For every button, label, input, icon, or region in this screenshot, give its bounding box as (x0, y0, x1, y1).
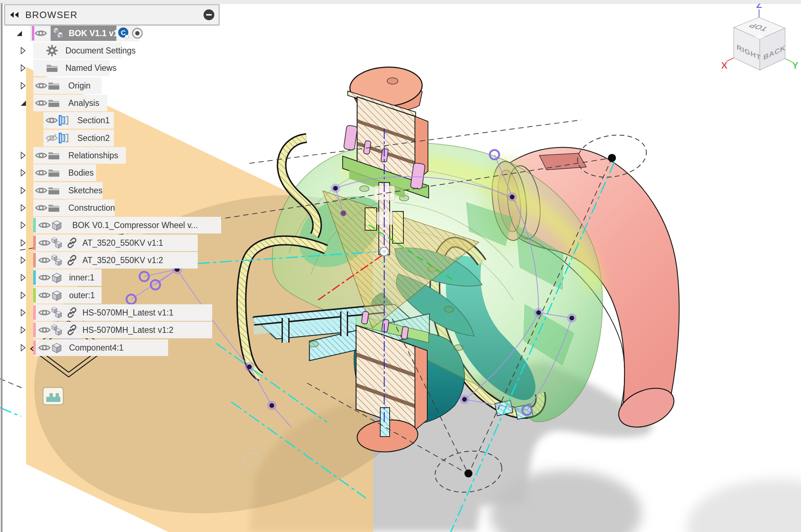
expand-arrow-icon[interactable] (20, 164, 26, 181)
expand-arrow-icon[interactable] (20, 182, 26, 199)
row-label: Named Views (65, 60, 116, 76)
window-top-edge (0, 0, 801, 4)
section-icon (58, 112, 70, 129)
folder-icon (48, 77, 60, 94)
expand-arrow-icon[interactable] (20, 147, 26, 164)
visibility-eye-icon[interactable] (35, 200, 47, 216)
tree-row-sketches[interactable]: Sketches (0, 182, 253, 199)
component-icon (53, 25, 65, 42)
tree-row-named-views[interactable]: Named Views (0, 60, 253, 76)
tree-row-inner-1[interactable]: inner:1 (0, 269, 253, 286)
row-label: Origin (68, 77, 90, 94)
component-color-bar (33, 323, 36, 337)
visibility-eye-icon[interactable] (35, 77, 47, 94)
expand-arrow-open-icon[interactable] (20, 95, 26, 111)
row-label: BOK V1.1 v1 (69, 25, 118, 42)
expand-arrow-icon[interactable] (20, 217, 26, 233)
component-icon (51, 322, 63, 338)
expand-arrow-icon[interactable] (20, 42, 26, 59)
row-label: Construction (68, 200, 115, 216)
visibility-eye-off-icon[interactable] (46, 130, 58, 146)
row-label: Bodies (68, 164, 94, 181)
visibility-eye-icon[interactable] (38, 252, 51, 269)
component-color-bar (32, 26, 34, 40)
row-label: Relationships (68, 147, 118, 164)
row-label: inner:1 (69, 269, 94, 286)
tree-row-at-3520-550kv-v1-2[interactable]: AT_3520_550KV v1:2 (0, 252, 253, 269)
tree-row-section1[interactable]: Section1 (0, 112, 253, 129)
visibility-eye-icon[interactable] (38, 322, 51, 338)
expand-arrow-icon[interactable] (20, 304, 26, 321)
tree-row-hs-5070mh-latest-v1-1[interactable]: HS-5070MH_Latest v1:1 (0, 304, 253, 321)
component-color-bar (33, 270, 36, 285)
expand-arrow-icon[interactable] (20, 339, 26, 356)
expand-arrow-icon[interactable] (20, 269, 26, 286)
browser-panel-header[interactable]: BROWSER (4, 4, 219, 25)
visibility-eye-icon[interactable] (38, 269, 51, 286)
row-label: HS-5070MH_Latest v1:1 (82, 304, 174, 321)
x-axis-label[interactable]: X (721, 60, 728, 71)
link-icon (67, 235, 77, 251)
in-use-badge[interactable]: C (118, 25, 130, 42)
body-icon (51, 339, 63, 356)
expand-arrow-icon[interactable] (20, 60, 26, 76)
visibility-eye-icon[interactable] (38, 304, 51, 321)
minimize-panel-button[interactable] (204, 9, 214, 20)
link-icon (67, 304, 77, 321)
collapse-panel-icon[interactable] (9, 11, 20, 19)
visibility-eye-icon[interactable] (35, 95, 47, 111)
section-analysis-badge[interactable] (43, 387, 63, 405)
expand-arrow-icon[interactable] (20, 252, 26, 269)
expand-arrow-open-icon[interactable] (16, 25, 22, 42)
row-label: Section1 (77, 112, 110, 129)
visibility-eye-icon[interactable] (38, 217, 51, 233)
tree-row-component4-1[interactable]: Component4:1 (0, 339, 253, 356)
row-label: Section2 (77, 130, 110, 146)
tree-row-bok-v1-1-v1[interactable]: BOK V1.1 v1C (0, 25, 253, 42)
tree-row-bok-v0-1-compressor-wheel-v[interactable]: BOK V0.1_Compressor Wheel v... (0, 217, 253, 233)
row-label: Analysis (68, 95, 99, 111)
visibility-eye-icon[interactable] (46, 112, 58, 129)
body-icon (51, 217, 63, 233)
activate-component-radio[interactable] (132, 25, 143, 42)
component-color-bar (33, 305, 36, 320)
tree-row-outer-1[interactable]: outer:1 (0, 287, 253, 304)
tree-row-origin[interactable]: Origin (0, 77, 253, 94)
visibility-eye-icon[interactable] (35, 164, 47, 181)
body-icon (51, 287, 63, 304)
component-color-bar (33, 236, 36, 250)
y-axis-label[interactable]: Y (792, 60, 798, 71)
row-label: AT_3520_550KV v1:2 (82, 252, 163, 269)
viewcube[interactable]: Z X Y TOP RIGHT BACK (721, 0, 798, 71)
tree-row-construction[interactable]: Construction (0, 200, 253, 216)
visibility-eye-icon[interactable] (35, 182, 47, 199)
tree-row-at-3520-550kv-v1-1[interactable]: AT_3520_550KV v1:1 (0, 235, 253, 251)
origin-point[interactable] (380, 247, 389, 256)
visibility-eye-icon[interactable] (35, 25, 47, 42)
tree-row-analysis[interactable]: Analysis (0, 95, 253, 111)
tree-row-section2[interactable]: Section2 (0, 130, 253, 146)
row-label: Component4:1 (69, 339, 124, 356)
expand-arrow-icon[interactable] (20, 200, 26, 216)
folder-icon (48, 147, 60, 164)
visibility-eye-icon[interactable] (38, 235, 51, 251)
tree-row-bodies[interactable]: Bodies (0, 164, 253, 181)
component-icon (51, 252, 63, 269)
expand-arrow-icon[interactable] (20, 322, 26, 338)
expand-arrow-icon[interactable] (20, 287, 26, 304)
component-color-bar (33, 253, 36, 267)
visibility-eye-icon[interactable] (38, 339, 51, 356)
visibility-eye-icon[interactable] (38, 287, 51, 304)
row-label: Sketches (68, 182, 103, 199)
expand-arrow-icon[interactable] (20, 77, 26, 94)
x-axis[interactable] (727, 58, 734, 61)
folder-icon (48, 164, 60, 181)
svg-text:C: C (121, 29, 126, 37)
expand-arrow-icon[interactable] (20, 235, 26, 251)
tree-row-document-settings[interactable]: Document Settings (0, 42, 253, 59)
folder-icon (48, 200, 60, 216)
tree-row-hs-5070mh-latest-v1-2[interactable]: HS-5070MH_Latest v1:2 (0, 322, 253, 338)
y-axis[interactable] (785, 59, 792, 62)
visibility-eye-icon[interactable] (35, 147, 47, 164)
tree-row-relationships[interactable]: Relationships (0, 147, 253, 164)
